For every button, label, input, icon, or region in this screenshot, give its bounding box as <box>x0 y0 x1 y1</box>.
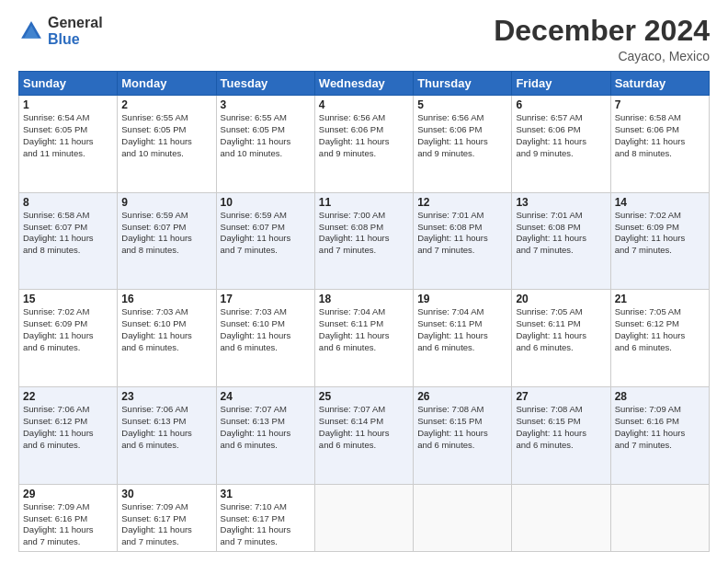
day-cell: 4Sunrise: 6:56 AMSunset: 6:06 PMDaylight… <box>314 96 413 193</box>
day-info: Sunrise: 6:59 AMSunset: 6:07 PMDaylight:… <box>221 210 311 257</box>
location: Cayaco, Mexico <box>494 49 710 63</box>
day-info: Sunrise: 7:08 AMSunset: 6:15 PMDaylight:… <box>417 404 507 451</box>
day-number: 30 <box>121 488 211 500</box>
day-info: Sunrise: 7:04 AMSunset: 6:11 PMDaylight:… <box>417 306 507 353</box>
day-info: Sunrise: 7:06 AMSunset: 6:13 PMDaylight:… <box>121 404 211 451</box>
empty-day-cell <box>610 484 709 551</box>
day-info: Sunrise: 7:07 AMSunset: 6:13 PMDaylight:… <box>221 404 311 451</box>
day-number: 18 <box>319 293 409 305</box>
day-number: 28 <box>615 390 705 403</box>
weekday-header: Monday <box>118 72 216 96</box>
day-cell: 8Sunrise: 6:58 AMSunset: 6:07 PMDaylight… <box>19 192 118 290</box>
day-cell: 14Sunrise: 7:02 AMSunset: 6:09 PMDayligh… <box>610 192 709 290</box>
day-cell: 15Sunrise: 7:02 AMSunset: 6:09 PMDayligh… <box>19 290 118 387</box>
day-info: Sunrise: 6:59 AMSunset: 6:07 PMDaylight:… <box>121 210 211 257</box>
day-info: Sunrise: 7:09 AMSunset: 6:17 PMDaylight:… <box>121 501 211 548</box>
day-number: 17 <box>221 293 311 305</box>
day-number: 23 <box>121 390 211 403</box>
day-info: Sunrise: 7:02 AMSunset: 6:09 PMDaylight:… <box>23 306 113 353</box>
day-number: 1 <box>23 98 113 111</box>
day-number: 6 <box>516 98 606 111</box>
day-cell: 7Sunrise: 6:58 AMSunset: 6:06 PMDaylight… <box>610 96 709 193</box>
day-info: Sunrise: 6:55 AMSunset: 6:05 PMDaylight:… <box>221 112 311 159</box>
day-number: 21 <box>615 293 705 305</box>
day-info: Sunrise: 7:01 AMSunset: 6:08 PMDaylight:… <box>417 210 507 257</box>
day-info: Sunrise: 7:01 AMSunset: 6:08 PMDaylight:… <box>516 210 606 257</box>
day-number: 11 <box>319 196 409 209</box>
day-cell: 29Sunrise: 7:09 AMSunset: 6:16 PMDayligh… <box>19 484 118 551</box>
day-cell: 30Sunrise: 7:09 AMSunset: 6:17 PMDayligh… <box>118 484 216 551</box>
day-cell: 25Sunrise: 7:07 AMSunset: 6:14 PMDayligh… <box>314 387 413 485</box>
weekday-header: Wednesday <box>314 72 413 96</box>
day-info: Sunrise: 6:56 AMSunset: 6:06 PMDaylight:… <box>319 112 409 159</box>
day-number: 26 <box>417 390 507 403</box>
day-number: 22 <box>23 390 113 403</box>
day-info: Sunrise: 6:58 AMSunset: 6:07 PMDaylight:… <box>23 210 113 257</box>
day-info: Sunrise: 6:57 AMSunset: 6:06 PMDaylight:… <box>516 112 606 159</box>
weekday-header: Sunday <box>19 72 118 96</box>
day-number: 20 <box>516 293 606 305</box>
day-cell: 17Sunrise: 7:03 AMSunset: 6:10 PMDayligh… <box>216 290 314 387</box>
day-cell: 1Sunrise: 6:54 AMSunset: 6:05 PMDaylight… <box>19 96 118 193</box>
day-cell: 31Sunrise: 7:10 AMSunset: 6:17 PMDayligh… <box>216 484 314 551</box>
day-number: 12 <box>417 196 507 209</box>
day-cell: 6Sunrise: 6:57 AMSunset: 6:06 PMDaylight… <box>512 96 610 193</box>
day-number: 10 <box>221 196 311 209</box>
day-cell: 19Sunrise: 7:04 AMSunset: 6:11 PMDayligh… <box>414 290 512 387</box>
day-info: Sunrise: 7:00 AMSunset: 6:08 PMDaylight:… <box>319 210 409 257</box>
day-number: 3 <box>221 98 311 111</box>
day-info: Sunrise: 7:05 AMSunset: 6:12 PMDaylight:… <box>615 306 705 353</box>
day-cell: 28Sunrise: 7:09 AMSunset: 6:16 PMDayligh… <box>610 387 709 485</box>
day-info: Sunrise: 7:09 AMSunset: 6:16 PMDaylight:… <box>615 404 705 451</box>
day-cell: 9Sunrise: 6:59 AMSunset: 6:07 PMDaylight… <box>118 192 216 290</box>
day-info: Sunrise: 7:09 AMSunset: 6:16 PMDaylight:… <box>23 501 113 548</box>
title-block: December 2024 Cayaco, Mexico <box>494 15 710 63</box>
page: General Blue December 2024 Cayaco, Mexic… <box>0 0 728 563</box>
day-cell: 23Sunrise: 7:06 AMSunset: 6:13 PMDayligh… <box>118 387 216 485</box>
day-cell: 3Sunrise: 6:55 AMSunset: 6:05 PMDaylight… <box>216 96 314 193</box>
day-info: Sunrise: 7:06 AMSunset: 6:12 PMDaylight:… <box>23 404 113 451</box>
day-cell: 5Sunrise: 6:56 AMSunset: 6:06 PMDaylight… <box>414 96 512 193</box>
day-info: Sunrise: 7:03 AMSunset: 6:10 PMDaylight:… <box>121 306 211 353</box>
day-number: 7 <box>615 98 705 111</box>
day-cell: 22Sunrise: 7:06 AMSunset: 6:12 PMDayligh… <box>19 387 118 485</box>
day-info: Sunrise: 7:04 AMSunset: 6:11 PMDaylight:… <box>319 306 409 353</box>
day-info: Sunrise: 7:05 AMSunset: 6:11 PMDaylight:… <box>516 306 606 353</box>
day-number: 24 <box>221 390 311 403</box>
day-cell: 26Sunrise: 7:08 AMSunset: 6:15 PMDayligh… <box>414 387 512 485</box>
day-number: 31 <box>221 488 311 500</box>
day-cell: 16Sunrise: 7:03 AMSunset: 6:10 PMDayligh… <box>118 290 216 387</box>
empty-day-cell <box>414 484 512 551</box>
weekday-header: Friday <box>512 72 610 96</box>
day-number: 9 <box>121 196 211 209</box>
day-number: 16 <box>121 293 211 305</box>
day-info: Sunrise: 7:10 AMSunset: 6:17 PMDaylight:… <box>221 501 311 548</box>
day-info: Sunrise: 7:02 AMSunset: 6:09 PMDaylight:… <box>615 210 705 257</box>
day-number: 5 <box>417 98 507 111</box>
weekday-header: Saturday <box>610 72 709 96</box>
day-cell: 2Sunrise: 6:55 AMSunset: 6:05 PMDaylight… <box>118 96 216 193</box>
month-year: December 2024 <box>494 15 710 47</box>
day-cell: 21Sunrise: 7:05 AMSunset: 6:12 PMDayligh… <box>610 290 709 387</box>
day-cell: 27Sunrise: 7:08 AMSunset: 6:15 PMDayligh… <box>512 387 610 485</box>
day-cell: 18Sunrise: 7:04 AMSunset: 6:11 PMDayligh… <box>314 290 413 387</box>
header: General Blue December 2024 Cayaco, Mexic… <box>18 15 710 63</box>
empty-day-cell <box>314 484 413 551</box>
weekday-header: Tuesday <box>216 72 314 96</box>
day-cell: 10Sunrise: 6:59 AMSunset: 6:07 PMDayligh… <box>216 192 314 290</box>
day-number: 14 <box>615 196 705 209</box>
day-info: Sunrise: 7:07 AMSunset: 6:14 PMDaylight:… <box>319 404 409 451</box>
day-cell: 11Sunrise: 7:00 AMSunset: 6:08 PMDayligh… <box>314 192 413 290</box>
day-info: Sunrise: 7:08 AMSunset: 6:15 PMDaylight:… <box>516 404 606 451</box>
day-number: 15 <box>23 293 113 305</box>
logo-text: General Blue <box>48 15 103 47</box>
day-cell: 12Sunrise: 7:01 AMSunset: 6:08 PMDayligh… <box>414 192 512 290</box>
day-number: 4 <box>319 98 409 111</box>
day-number: 27 <box>516 390 606 403</box>
day-number: 13 <box>516 196 606 209</box>
day-info: Sunrise: 6:54 AMSunset: 6:05 PMDaylight:… <box>23 112 113 159</box>
calendar-table: SundayMondayTuesdayWednesdayThursdayFrid… <box>18 71 710 552</box>
day-cell: 20Sunrise: 7:05 AMSunset: 6:11 PMDayligh… <box>512 290 610 387</box>
day-info: Sunrise: 7:03 AMSunset: 6:10 PMDaylight:… <box>221 306 311 353</box>
day-number: 8 <box>23 196 113 209</box>
